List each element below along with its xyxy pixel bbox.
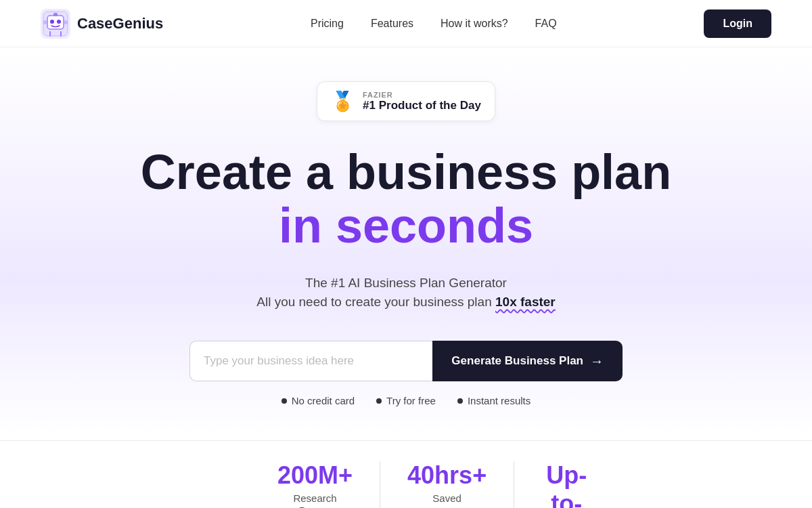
sub-line2-prefix: All you need to create your business pla… xyxy=(256,295,495,309)
stats-inner: 200M+ Research Papers 40hrs+ Saved Up-to… xyxy=(250,461,562,508)
navbar: CaseGenius Pricing Features How it works… xyxy=(0,0,812,47)
bullet-instant-results: Instant results xyxy=(457,395,531,406)
bullet-dot-3 xyxy=(457,398,463,404)
badge-source: FAZIER xyxy=(363,91,481,99)
bullet-try-free: Try for free xyxy=(376,395,436,406)
sub-line1: The #1 AI Business Plan Generator xyxy=(256,276,556,291)
bullet-label-3: Instant results xyxy=(468,395,531,406)
stat-number-1: 200M+ xyxy=(277,461,353,490)
bullet-label-2: Try for free xyxy=(386,395,436,406)
nav-how-it-works[interactable]: How it works? xyxy=(441,18,508,30)
stat-saved: 40hrs+ Saved xyxy=(380,461,514,508)
bullet-no-credit-card: No credit card xyxy=(281,395,355,406)
generate-label: Generate Business Plan xyxy=(451,354,583,368)
stat-research-papers: 200M+ Research Papers xyxy=(250,461,380,508)
sub-line2-highlight: 10x faster xyxy=(495,295,556,309)
arrow-icon: → xyxy=(590,354,604,369)
stats-section: 200M+ Research Papers 40hrs+ Saved Up-to… xyxy=(0,440,812,508)
medal-icon: 🏅 xyxy=(331,90,355,112)
search-area: Generate Business Plan → xyxy=(189,341,623,381)
bullet-dot-2 xyxy=(376,398,382,404)
headline: Create a business plan in seconds xyxy=(141,146,671,253)
nav-features[interactable]: Features xyxy=(371,18,413,30)
stat-market-data: Up-to-date Market Data xyxy=(514,461,618,508)
stat-label-1: Research Papers xyxy=(293,492,336,508)
stat-number-3: Up-to-date xyxy=(541,461,591,508)
badge-main: #1 Product of the Day xyxy=(363,99,481,112)
bullet-dot-1 xyxy=(281,398,287,404)
svg-rect-5 xyxy=(53,13,58,16)
product-badge: 🏅 FAZIER #1 Product of the Day xyxy=(317,81,495,121)
nav-links: Pricing Features How it works? FAQ xyxy=(311,18,557,30)
feature-bullets: No credit card Try for free Instant resu… xyxy=(281,395,531,406)
bullet-label-1: No credit card xyxy=(292,395,355,406)
badge-text-group: FAZIER #1 Product of the Day xyxy=(363,91,481,112)
headline-line2: in seconds xyxy=(141,199,671,253)
svg-point-4 xyxy=(57,20,61,24)
svg-point-3 xyxy=(50,20,54,24)
headline-line1: Create a business plan xyxy=(141,146,671,199)
sub-line2: All you need to create your business pla… xyxy=(256,295,556,310)
stat-number-2: 40hrs+ xyxy=(407,461,487,490)
logo-icon xyxy=(41,9,70,39)
svg-rect-6 xyxy=(43,20,47,24)
login-button[interactable]: Login xyxy=(704,9,771,38)
hero-section: 🏅 FAZIER #1 Product of the Day Create a … xyxy=(0,47,812,433)
generate-button[interactable]: Generate Business Plan → xyxy=(432,341,623,381)
svg-rect-7 xyxy=(64,20,68,24)
business-idea-input[interactable] xyxy=(189,341,432,381)
nav-pricing[interactable]: Pricing xyxy=(311,18,344,30)
subheadline: The #1 AI Business Plan Generator All yo… xyxy=(256,276,556,314)
logo[interactable]: CaseGenius xyxy=(41,9,163,39)
stat-label-2: Saved xyxy=(432,492,461,504)
logo-text: CaseGenius xyxy=(77,15,163,33)
nav-faq[interactable]: FAQ xyxy=(535,18,557,30)
